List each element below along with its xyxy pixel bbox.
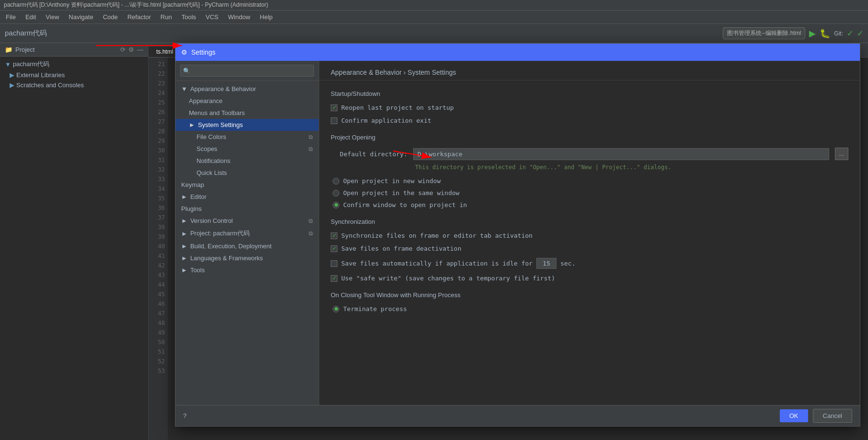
settings-title-text: Settings xyxy=(191,48,216,56)
project-sync-icon[interactable]: ⟳ xyxy=(120,46,126,53)
nav-item-quick-lists[interactable]: Quick Lists xyxy=(175,167,319,179)
vc-label: Version Control xyxy=(190,217,233,224)
menu-help[interactable]: Help xyxy=(256,12,277,22)
project-copy-icon: ⧉ xyxy=(309,230,313,237)
project-opening-title: Project Opening xyxy=(331,134,848,141)
default-dir-input[interactable] xyxy=(413,148,829,160)
nav-item-system-settings[interactable]: ► System Settings xyxy=(175,119,319,131)
confirm-window-label: Confirm window to open project in xyxy=(343,201,467,208)
nav-item-languages[interactable]: ► Languages & Frameworks xyxy=(175,252,319,264)
menu-refactor[interactable]: Refactor xyxy=(124,12,155,22)
menu-navigate[interactable]: Navigate xyxy=(65,12,97,22)
terminate-process-row: Terminate process xyxy=(331,305,848,313)
project-arrow: ► xyxy=(181,230,187,237)
git-check-icon[interactable]: ✓ xyxy=(847,29,853,38)
dir-browse-button[interactable]: … xyxy=(835,148,848,160)
build-arrow: ► xyxy=(181,243,187,250)
system-settings-arrow: ► xyxy=(189,121,195,128)
nav-item-appearance[interactable]: Appearance xyxy=(175,95,319,107)
sync-files-label: Synchronize files on frame or editor tab… xyxy=(341,232,532,239)
closing-section: On Closing Tool Window with Running Proc… xyxy=(331,291,848,313)
toolbar: pacharm代码 图书管理系统--编辑删除.html ▶ 🐛 Git: ✓ ✓ xyxy=(0,24,868,43)
confirm-window-row: Confirm window to open project in xyxy=(331,201,848,208)
nav-item-version-control[interactable]: ► Version Control ⧉ xyxy=(175,215,319,227)
startup-section-title: Startup/Shutdown xyxy=(331,90,848,97)
menu-edit[interactable]: Edit xyxy=(22,12,40,22)
vc-copy-icon: ⧉ xyxy=(309,218,313,224)
settings-dialog: ⚙ Settings 🔍 ▼ Appearance & Behavior App… xyxy=(175,43,860,427)
nav-item-plugins[interactable]: Plugins xyxy=(175,203,319,215)
cancel-button[interactable]: Cancel xyxy=(813,409,852,423)
menu-code[interactable]: Code xyxy=(99,12,122,22)
tree-label: Scratches and Consoles xyxy=(16,81,84,89)
menu-vcs[interactable]: VCS xyxy=(202,12,222,22)
terminate-process-label: Terminate process xyxy=(343,305,407,313)
reopen-last-project-label: Reopen last project on startup xyxy=(341,104,454,111)
debug-button[interactable]: 🐛 xyxy=(820,28,830,39)
settings-search-input[interactable] xyxy=(180,65,314,77)
project-panel-icon: 📁 xyxy=(5,46,12,53)
tree-item-scratches[interactable]: ▶ Scratches and Consoles xyxy=(0,80,148,90)
run-file-selector[interactable]: 图书管理系统--编辑删除.html xyxy=(723,27,805,39)
settings-title-bar: ⚙ Settings xyxy=(175,44,860,61)
tree-label: External Libraries xyxy=(16,71,65,79)
project-header: 📁 Project ⟳ ⚙ — xyxy=(0,43,148,57)
settings-title-icon: ⚙ xyxy=(181,48,187,56)
nav-item-notifications[interactable]: Notifications xyxy=(175,155,319,167)
nav-item-tools[interactable]: ► Tools xyxy=(175,264,319,276)
settings-content: Startup/Shutdown Reopen last project on … xyxy=(319,81,860,405)
nav-item-scopes[interactable]: Scopes ⧉ xyxy=(175,143,319,155)
run-button[interactable]: ▶ xyxy=(809,28,816,39)
system-settings-label: System Settings xyxy=(198,121,243,128)
sync-section-title: Synchronization xyxy=(331,218,848,225)
settings-right-panel: Appearance & Behavior › System Settings … xyxy=(319,61,860,405)
tree-item-pacharm[interactable]: ▼ pacharm代码 xyxy=(0,58,148,70)
toolbar-git-label: Git: xyxy=(834,30,843,37)
confirm-window-radio[interactable] xyxy=(333,202,339,208)
menu-run[interactable]: Run xyxy=(157,12,176,22)
menu-view[interactable]: View xyxy=(42,12,63,22)
tree-label: pacharm代码 xyxy=(13,60,50,69)
nav-item-keymap[interactable]: Keymap xyxy=(175,179,319,191)
appearance-behavior-label: Appearance & Behavior xyxy=(190,85,256,93)
menu-window[interactable]: Window xyxy=(224,12,254,22)
file-colors-label: File Colors xyxy=(197,133,226,140)
lang-arrow: ► xyxy=(181,255,187,262)
idle-seconds-input[interactable] xyxy=(536,258,556,269)
menu-file[interactable]: File xyxy=(2,12,20,22)
project-close-icon[interactable]: — xyxy=(137,46,143,53)
save-idle-checkbox[interactable] xyxy=(331,260,337,267)
tree-item-external-libraries[interactable]: ▶ External Libraries xyxy=(0,70,148,80)
open-same-window-radio[interactable] xyxy=(333,190,339,197)
default-dir-row: Default directory: … xyxy=(331,148,848,160)
open-same-window-label: Open project in the same window xyxy=(343,189,460,197)
settings-body: 🔍 ▼ Appearance & Behavior Appearance Men… xyxy=(175,61,860,405)
nav-item-project[interactable]: ► Project: pacharm代码 ⧉ xyxy=(175,227,319,240)
reopen-last-project-row: Reopen last project on startup xyxy=(331,104,848,111)
breadcrumb-text: Appearance & Behavior › System Settings xyxy=(331,69,456,76)
save-files-deactivation-row: Save files on frame deactivation xyxy=(331,245,848,252)
help-button-icon[interactable]: ? xyxy=(183,412,186,419)
ok-button[interactable]: OK xyxy=(780,409,808,422)
sync-section: Synchronization Synchronize files on fra… xyxy=(331,218,848,282)
reopen-last-project-checkbox[interactable] xyxy=(331,104,337,111)
nav-item-appearance-behavior[interactable]: ▼ Appearance & Behavior xyxy=(175,83,319,95)
menu-tools[interactable]: Tools xyxy=(178,12,200,22)
sync-files-checkbox[interactable] xyxy=(331,232,337,239)
safe-write-checkbox[interactable] xyxy=(331,275,337,282)
confirm-exit-checkbox[interactable] xyxy=(331,117,337,124)
git-check2-icon[interactable]: ✓ xyxy=(857,29,863,38)
nav-item-file-colors[interactable]: File Colors ⧉ xyxy=(175,131,319,143)
open-new-window-radio[interactable] xyxy=(333,178,339,185)
external-lib-icon: ▶ xyxy=(10,71,14,79)
nav-item-build[interactable]: ► Build, Execution, Deployment xyxy=(175,240,319,252)
settings-footer: OK Cancel Apply ? xyxy=(175,405,860,426)
settings-breadcrumb: Appearance & Behavior › System Settings xyxy=(319,61,860,81)
open-same-window-row: Open project in the same window xyxy=(331,189,848,197)
tools-arrow: ► xyxy=(181,266,187,274)
save-files-deactivation-checkbox[interactable] xyxy=(331,245,337,252)
terminate-process-radio[interactable] xyxy=(333,306,339,313)
project-settings-icon[interactable]: ⚙ xyxy=(128,46,134,53)
nav-item-menus-toolbars[interactable]: Menus and Toolbars xyxy=(175,107,319,119)
nav-item-editor[interactable]: ► Editor xyxy=(175,191,319,203)
